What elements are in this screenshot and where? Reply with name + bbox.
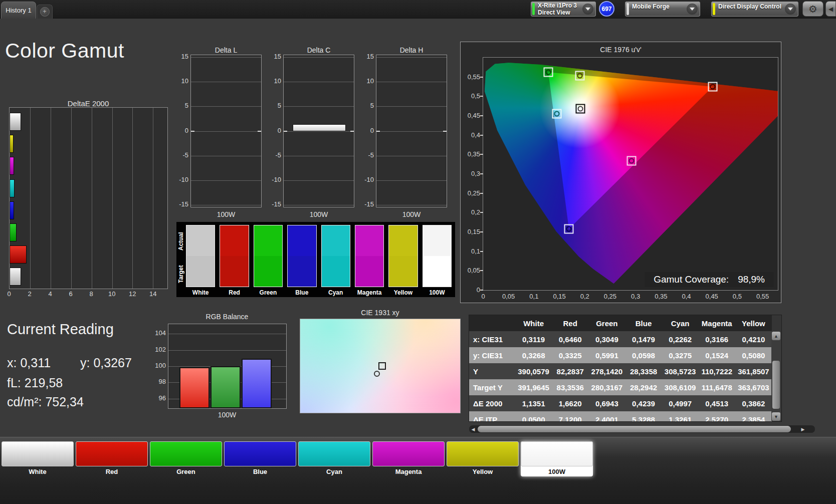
patch-button-100w[interactable]: 100W (521, 441, 593, 476)
display-control-dropdown[interactable]: Direct Display Control (711, 2, 798, 17)
gamut-triangle-overlay (483, 58, 778, 290)
delta-y-tick-label: -5 (275, 151, 281, 159)
patch-label: White (2, 466, 74, 476)
delta-l-title: Delta L (190, 46, 262, 54)
meter-label: X-Rite i1Pro 3 Direct View (535, 2, 582, 17)
cie-y-tick-label: 0,5 (461, 92, 480, 100)
patch-button-white[interactable]: White (2, 441, 74, 476)
table-cell: 363,6703 (735, 379, 772, 395)
cie-y-tick (480, 173, 483, 174)
table-cell: 1,6620 (552, 395, 588, 411)
swatch-target (186, 256, 215, 287)
column-header: White (515, 315, 552, 331)
white-point-marker (575, 104, 585, 114)
meter-dropdown[interactable]: X-Rite i1Pro 3 Direct View (531, 2, 596, 17)
coverage-label: Gamut Coverage: (654, 274, 729, 285)
display-control-dropdown-button[interactable] (785, 4, 796, 15)
swatch-target (389, 256, 417, 287)
deltae-bar-100w (10, 268, 21, 286)
cie-y-tick-label: 0,1 (461, 247, 480, 255)
cie-x-tick-label: 0 (481, 293, 485, 300)
vertical-scroll-thumb[interactable] (772, 361, 780, 409)
source-dropdown[interactable]: Mobile Forge (625, 2, 700, 17)
cie-x-tick-label: 0,55 (756, 293, 769, 300)
delta-y-tick-label: -10 (364, 176, 374, 183)
patch-button-magenta[interactable]: Magenta (372, 441, 445, 476)
scroll-down-button[interactable]: ▼ (772, 412, 780, 421)
calman-window: History 1 + X-Rite i1Pro 3 Direct View 6… (0, 0, 836, 504)
patch-button-cyan[interactable]: Cyan (298, 441, 370, 476)
collapse-panel-button[interactable]: ◀ (825, 1, 836, 17)
patch-label: 100W (521, 466, 593, 476)
patch-button-green[interactable]: Green (150, 441, 222, 476)
table-horizontal-scrollbar[interactable]: ◀ ▶ (469, 425, 815, 433)
deltae-bar-cyan (10, 179, 15, 197)
cie1931-plot (300, 319, 461, 413)
patch-button-blue[interactable]: Blue (224, 441, 296, 476)
table-cell: 0,4997 (662, 395, 699, 411)
cie-plot: Gamut Coverage: 98,9% 0,550,50,450,40,35… (483, 57, 778, 291)
source-dropdown-button[interactable] (687, 4, 698, 15)
table-cell: 83,3536 (552, 379, 588, 395)
cie-y-tick (480, 251, 483, 252)
delta-gridline (191, 57, 261, 58)
deltae-x-tick-label: 10 (108, 290, 115, 298)
delta-y-tick-label: 0 (185, 127, 188, 134)
tab-label: History 1 (6, 7, 31, 14)
scroll-up-button[interactable]: ▲ (772, 332, 780, 340)
table-cell: 0,4210 (735, 331, 772, 347)
table-vertical-scrollbar[interactable]: ▲ ▼ (771, 332, 781, 421)
swatch-magenta (355, 225, 383, 287)
table-cell: 0,4239 (625, 395, 662, 411)
display-control-label: Direct Display Control (715, 2, 785, 10)
deltae-bar-green (10, 223, 17, 241)
chevron-down-icon (788, 8, 793, 11)
swatch-actual (355, 225, 383, 256)
delta-c-plot (283, 55, 354, 207)
add-tab-button[interactable]: + (37, 5, 53, 19)
table-row: ΔE ITP0,05007,12002,40015,32881,32612,52… (469, 411, 772, 422)
swatch-100w (423, 225, 451, 287)
measured-dot (577, 73, 582, 79)
scroll-right-button[interactable]: ▶ (799, 425, 807, 433)
meter-count-badge[interactable]: 697 (599, 1, 614, 17)
tab-history-1[interactable]: History 1 (1, 2, 36, 19)
patch-button-red[interactable]: Red (76, 441, 148, 476)
deltae-x-tick-label: 14 (149, 290, 156, 298)
plus-icon: + (40, 7, 50, 17)
delta-y-tick-label: -10 (272, 176, 281, 183)
patch-button-yellow[interactable]: Yellow (447, 441, 519, 476)
scroll-left-button[interactable]: ◀ (469, 425, 477, 433)
meter-dropdown-button[interactable] (582, 4, 593, 15)
settings-button[interactable]: ⚙ (802, 1, 823, 17)
patch-swatch (447, 441, 519, 466)
rgb-bar-blue (242, 359, 272, 408)
cie-y-tick-label: 0,05 (461, 267, 480, 274)
rgb-y-tick-label: 104 (155, 329, 166, 337)
table-cell: 0,5991 (588, 347, 625, 363)
chevron-left-icon: ◀ (828, 6, 833, 13)
rgb-gridline (168, 334, 286, 334)
horizontal-scroll-thumb[interactable] (478, 426, 791, 432)
zero-tick (284, 131, 287, 132)
swatch-blue (288, 225, 316, 287)
column-header: Cyan (662, 315, 699, 331)
swatch-actual (322, 225, 350, 256)
table-cell: 391,9645 (515, 379, 552, 395)
row-label: y: CIE31 (469, 347, 515, 363)
delta-gridline (284, 180, 354, 181)
patch-label: Yellow (447, 466, 519, 476)
swatch-label: White (186, 289, 215, 297)
deltae-gridline (30, 108, 31, 289)
rgb-y-tick-label: 102 (155, 346, 166, 353)
cie-y-tick-label: 0,25 (461, 189, 480, 197)
cie-y-tick (480, 154, 483, 155)
deltae-x-tick-label: 8 (90, 290, 93, 298)
delta-gridline (284, 131, 354, 132)
delta-y-tick-label: 10 (367, 77, 374, 85)
deltae-x-tick-label: 6 (69, 290, 72, 298)
delta-l-y-axis: 151050-5-10-15 (175, 55, 188, 206)
deltae-xlabels: 02468101214 (9, 290, 167, 298)
table-cell: 0,5080 (735, 347, 772, 363)
table-row: ΔE 20001,13511,66200,69430,42390,49970,4… (469, 395, 772, 411)
